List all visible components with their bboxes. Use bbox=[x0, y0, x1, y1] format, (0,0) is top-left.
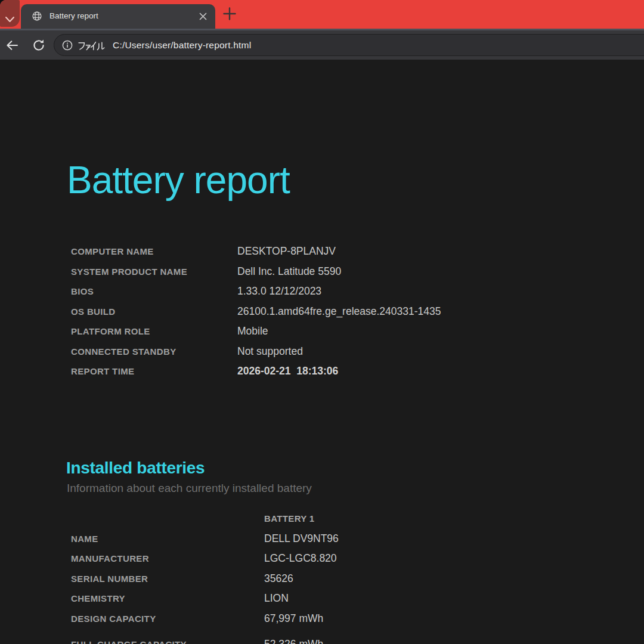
row-label: FULL CHARGE CAPACITY bbox=[71, 639, 264, 644]
address-bar[interactable]: C:/Users/user/battery-report.html bbox=[54, 34, 644, 56]
row-label: DESIGN CAPACITY bbox=[71, 614, 264, 624]
table-row: CONNECTED STANDBY Not supported bbox=[71, 342, 441, 362]
installed-batteries-heading: Installed batteries bbox=[66, 459, 205, 478]
browser-window: Battery report bbox=[0, 0, 644, 644]
row-label: PLATFORM ROLE bbox=[71, 326, 237, 336]
row-label: COMPUTER NAME bbox=[71, 246, 237, 256]
row-value: 1.33.0 12/12/2023 bbox=[237, 285, 321, 298]
row-label: SYSTEM PRODUCT NAME bbox=[71, 267, 237, 277]
plus-icon bbox=[222, 7, 237, 21]
back-button[interactable] bbox=[5, 38, 19, 52]
row-label: OS BUILD bbox=[71, 306, 237, 317]
tab-title: Battery report bbox=[49, 11, 98, 20]
row-value: LGC-LGC8.820 bbox=[264, 552, 337, 565]
installed-batteries-subtitle: Information about each currently install… bbox=[67, 482, 312, 495]
table-row: MANUFACTURER LGC-LGC8.820 bbox=[71, 549, 339, 569]
table-row: COMPUTER NAME DESKTOP-8PLANJV bbox=[71, 242, 441, 262]
battery-column-header: BATTERY 1 bbox=[264, 513, 315, 524]
row-value: Dell Inc. Latitude 5590 bbox=[237, 265, 341, 278]
row-label: CHEMISTRY bbox=[71, 593, 264, 603]
battery-report-page: Battery report COMPUTER NAME DESKTOP-8PL… bbox=[0, 60, 644, 644]
row-value: DELL DV9NT96 bbox=[264, 532, 339, 545]
row-label: CONNECTED STANDBY bbox=[71, 346, 237, 357]
report-time-value: 2026-02-21 18:13:06 bbox=[237, 365, 338, 377]
tab-search-button[interactable] bbox=[0, 0, 20, 27]
table-row: CHEMISTRY LION bbox=[71, 589, 339, 609]
row-value: DESKTOP-8PLANJV bbox=[237, 245, 336, 258]
page-title: Battery report bbox=[67, 158, 290, 202]
url-text: C:/Users/user/battery-report.html bbox=[113, 40, 251, 51]
table-header-row: BATTERY 1 bbox=[71, 509, 339, 529]
table-row: SERIAL NUMBER 35626 bbox=[71, 569, 339, 589]
table-row: SYSTEM PRODUCT NAME Dell Inc. Latitude 5… bbox=[71, 262, 441, 282]
table-row: PLATFORM ROLE Mobile bbox=[71, 321, 441, 342]
table-row: BIOS 1.33.0 12/12/2023 bbox=[71, 281, 441, 302]
chevron-down-icon bbox=[5, 16, 15, 23]
new-tab-button[interactable] bbox=[221, 5, 238, 22]
row-value: LION bbox=[264, 592, 289, 605]
globe-icon bbox=[31, 10, 43, 22]
table-row: REPORT TIME 2026-02-21 18:13:06 bbox=[71, 361, 441, 382]
row-value: 67,997 mWh bbox=[264, 612, 323, 625]
row-value: Mobile bbox=[237, 325, 268, 338]
reload-button[interactable] bbox=[32, 38, 46, 52]
row-label: BIOS bbox=[71, 286, 237, 296]
row-value: 52,326 mWh bbox=[264, 638, 323, 644]
tab-strip: Battery report bbox=[0, 0, 644, 29]
browser-toolbar: C:/Users/user/battery-report.html bbox=[0, 29, 644, 60]
info-icon[interactable] bbox=[62, 40, 73, 51]
arrow-left-icon bbox=[5, 38, 19, 52]
table-row: OS BUILD 26100.1.amd64fre.ge_release.240… bbox=[71, 302, 441, 322]
file-scheme-label bbox=[78, 39, 106, 52]
row-value: Not supported bbox=[237, 345, 303, 358]
system-info-table: COMPUTER NAME DESKTOP-8PLANJV SYSTEM PRO… bbox=[71, 242, 441, 382]
row-label: REPORT TIME bbox=[71, 366, 237, 376]
table-row: DESIGN CAPACITY 67,997 mWh bbox=[71, 609, 339, 629]
battery-table: BATTERY 1 NAME DELL DV9NT96 MANUFACTURER… bbox=[71, 509, 339, 644]
table-row: FULL CHARGE CAPACITY 52,326 mWh bbox=[71, 634, 339, 644]
row-value: 35626 bbox=[264, 572, 293, 585]
row-value: 26100.1.amd64fre.ge_release.240331-1435 bbox=[237, 305, 441, 318]
row-label: NAME bbox=[71, 534, 264, 544]
table-row: NAME DELL DV9NT96 bbox=[71, 529, 339, 549]
row-label: MANUFACTURER bbox=[71, 553, 264, 564]
close-icon[interactable] bbox=[199, 12, 208, 21]
reload-icon bbox=[32, 38, 46, 52]
row-label: SERIAL NUMBER bbox=[71, 574, 264, 584]
browser-tab[interactable]: Battery report bbox=[21, 4, 215, 29]
